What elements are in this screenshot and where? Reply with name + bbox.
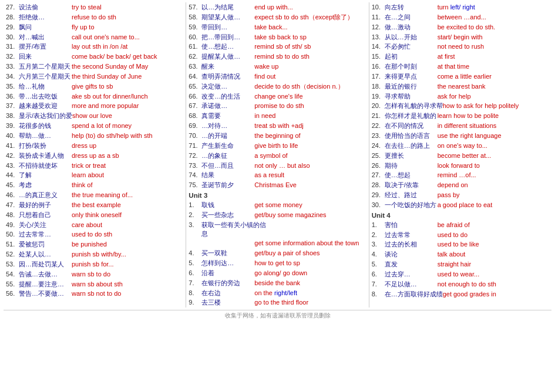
row-number: 40. — [6, 131, 19, 140]
english-text: the third Sunday of June — [72, 72, 183, 81]
english-text: depend on — [438, 181, 549, 190]
chinese-text: 拒绝做… — [19, 13, 72, 22]
row-number: 72. — [189, 151, 201, 160]
chinese-text: 花很多的钱 — [19, 121, 72, 130]
row-number: 57. — [189, 3, 201, 12]
table-row: 21.你怎样才是礼貌的learn how to be polite — [372, 111, 549, 121]
row-number: 36. — [6, 92, 19, 101]
row-number: 64. — [189, 72, 201, 81]
english-text: not enough to do sth — [438, 280, 549, 289]
chinese-text: 过去常常… — [19, 230, 72, 239]
english-text: how to get to sp — [254, 259, 366, 268]
table-row: 52.处某人以…punish sb with/by... — [6, 249, 183, 259]
chinese-text: 一个吃饭的好地方 — [385, 201, 438, 209]
row-number: 18. — [372, 82, 385, 91]
row-number: 3. — [372, 240, 385, 249]
table-row: 51.爱被惩罚be punished — [6, 239, 183, 249]
row-number: 37. — [6, 102, 19, 110]
table-row: 2.过去常常used to do — [372, 230, 549, 240]
english-text: warn sb to do — [72, 270, 183, 279]
chinese-text: 关心/关注 — [19, 221, 72, 229]
table-row: 40.帮助…做…help (to) do sth/help with sth — [6, 131, 183, 141]
english-text: the nearest bank — [438, 82, 549, 91]
chinese-text: 怎样有礼貌的寻求帮 — [385, 102, 443, 110]
table-row: 44.了解learn about — [6, 170, 183, 180]
table-row: 68.真需要in need — [189, 111, 366, 121]
english-text: the second Sunday of May — [72, 62, 183, 71]
english-text: come back/ be back/ get back — [72, 52, 183, 61]
table-row: 17.来得更早点come a little earlier — [372, 72, 549, 82]
table-row: 4.谈论talk about — [372, 249, 549, 259]
english-text: get some money — [254, 201, 366, 209]
chinese-text: 显示/表达我们的爱 — [19, 111, 72, 120]
chinese-text: 过去穿… — [385, 270, 438, 279]
table-row: 65.决定做…decide to do sth（decision n.） — [189, 82, 366, 92]
chinese-text: 谈论 — [385, 250, 438, 259]
english-text: decide to do sth（decision n.） — [254, 82, 366, 91]
column-2: 57.以…为结尾end up with...58.期望某人做…expect sb… — [186, 2, 369, 307]
chinese-text: 考虑 — [19, 181, 72, 190]
row-number: 22. — [372, 121, 385, 130]
table-row: 49.关心/关注care about — [6, 220, 183, 230]
english-text: talk about — [438, 250, 549, 259]
table-row: 1.害怕be afraid of — [372, 220, 549, 230]
table-row: 63.醒来wake up — [189, 62, 366, 72]
row-number: 63. — [189, 62, 201, 71]
row-number: 58. — [189, 13, 201, 22]
english-text: show our love — [72, 111, 183, 120]
row-number: 46. — [6, 191, 19, 200]
english-text: the true meaning of... — [72, 191, 183, 200]
english-text: go along/ go down — [254, 269, 366, 278]
chinese-text: 给…礼物 — [19, 82, 72, 91]
row-number: 5. — [372, 260, 385, 269]
table-row: 3.获取一些有关小镇的信息 — [189, 220, 366, 239]
chinese-text: 不招待就使坏 — [19, 161, 72, 170]
row-number: 39. — [6, 121, 19, 130]
english-text: on one's way to... — [438, 141, 549, 150]
chinese-text: 在右边 — [201, 289, 254, 298]
english-text: learn about — [72, 171, 183, 180]
table-row: 18.最近的银行the nearest bank — [372, 82, 549, 92]
chinese-text: 改变…的生活 — [201, 92, 254, 101]
chinese-text: 帮助…做… — [19, 131, 72, 140]
english-text: come a little earlier — [438, 72, 549, 81]
chinese-text: 六月第三个星期天 — [19, 72, 72, 81]
english-text: ake sb out for dinner/lunch — [72, 92, 183, 101]
chinese-text: 醒来 — [201, 62, 254, 71]
english-text: as a result — [254, 171, 366, 180]
chinese-text: 把…带回到… — [201, 33, 254, 42]
row-number: 17. — [372, 72, 385, 81]
chinese-text: 使…想起 — [385, 171, 438, 180]
english-text: used to wear... — [438, 270, 549, 279]
chinese-text: 承诺做… — [201, 102, 254, 110]
chinese-text: 起初 — [385, 52, 438, 61]
english-text: how to ask for help politely — [443, 102, 549, 110]
chinese-text: 处某人以… — [19, 250, 72, 259]
row-number: 48. — [6, 211, 19, 219]
chinese-text: 查明弄清情况 — [201, 72, 254, 81]
table-row: 41.打扮/装扮dress up — [6, 141, 183, 151]
table-row: 29.经过、路过pass by — [372, 190, 549, 200]
chinese-text: 期待 — [385, 161, 438, 170]
row-number: 67. — [189, 102, 201, 110]
row-number: 31. — [6, 42, 19, 51]
row-number: 5. — [189, 259, 201, 268]
table-row: 10.向左转turn left/ right — [372, 2, 549, 12]
table-row: 30.对…喊出call out one's name to... — [6, 32, 183, 42]
english-text: not need to rush — [438, 42, 549, 51]
chinese-text: 经过、路过 — [385, 191, 438, 200]
table-row-extra: get some information about the town — [189, 238, 366, 248]
english-text: not only … but also — [254, 161, 366, 170]
chinese-text: 买一些杂志 — [201, 211, 254, 219]
table-row: 32.回来come back/ be back/ get back — [6, 52, 183, 62]
chinese-text: 不但…而且 — [201, 161, 254, 170]
chinese-text: 直发 — [385, 260, 438, 269]
table-row: 34.六月第三个星期天the third Sunday of June — [6, 72, 183, 82]
english-text: get/buy a pair of shoes — [254, 249, 366, 258]
english-text: dress up as a sb — [72, 151, 183, 160]
english-text: Christmas Eve — [254, 181, 366, 190]
row-number: 28. — [372, 181, 385, 190]
english-text: trick or treat — [72, 161, 183, 170]
row-number: 52. — [6, 250, 19, 259]
english-text: start/ begin with — [438, 33, 549, 42]
